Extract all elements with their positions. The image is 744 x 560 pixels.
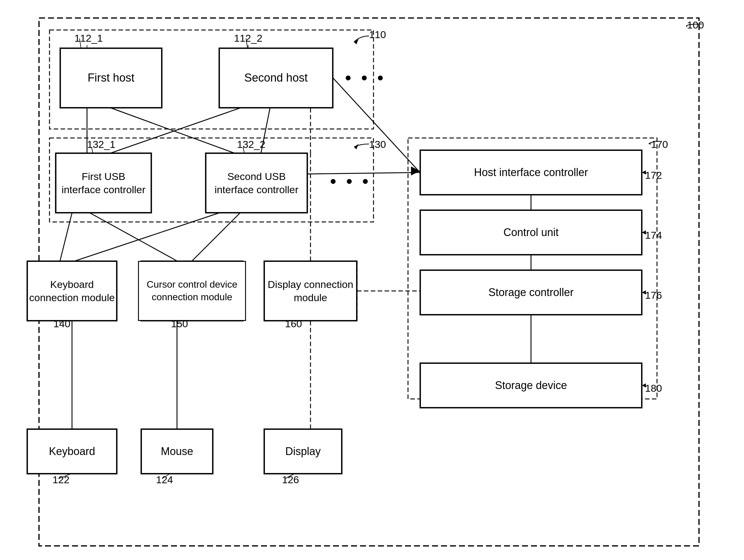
ref-110: 110: [369, 29, 386, 40]
ref-126: 126: [282, 474, 299, 486]
first-host-label: First host: [87, 71, 135, 85]
first-usb-box: First USBinterface controller: [55, 153, 151, 213]
cursor-module-box: Cursor control deviceconnection module: [138, 261, 246, 321]
ref-112-2: 112_2: [234, 32, 262, 44]
ref-160: 160: [285, 318, 302, 330]
ref-100: 100: [687, 19, 704, 31]
dots-usb: • • •: [330, 171, 371, 192]
ref-180: 180: [645, 382, 662, 394]
svg-line-30: [333, 78, 420, 173]
storage-controller-label: Storage controller: [488, 286, 573, 300]
svg-line-23: [90, 213, 177, 261]
storage-controller-box: Storage controller: [420, 270, 642, 315]
svg-line-22: [60, 213, 72, 261]
ref-150: 150: [171, 318, 188, 330]
display-module-label: Display connectionmodule: [268, 278, 353, 304]
keyboard-box: Keyboard: [27, 429, 117, 474]
keyboard-module-label: Keyboardconnection module: [29, 278, 115, 304]
ref-112-1: 112_1: [74, 32, 103, 44]
display-label: Display: [285, 445, 321, 459]
ref-132-2: 132_2: [237, 139, 265, 150]
second-host-label: Second host: [244, 71, 307, 85]
first-usb-label: First USBinterface controller: [62, 170, 146, 196]
ref-132-1: 132_1: [87, 139, 115, 150]
keyboard-module-box: Keyboardconnection module: [27, 261, 117, 321]
svg-line-24: [75, 213, 219, 261]
ref-172: 172: [645, 170, 662, 181]
display-module-box: Display connectionmodule: [264, 261, 357, 321]
storage-device-box: Storage device: [420, 363, 642, 408]
ref-122: 122: [52, 474, 70, 486]
keyboard-label: Keyboard: [49, 445, 95, 459]
ref-174: 174: [645, 229, 662, 241]
control-unit-box: Control unit: [420, 210, 642, 255]
diagram: First host Second host First USBinterfac…: [0, 0, 744, 560]
ref-176: 176: [645, 290, 662, 301]
control-unit-label: Control unit: [504, 226, 559, 240]
ref-140: 140: [53, 318, 71, 330]
svg-line-25: [192, 213, 240, 261]
ref-170: 170: [651, 139, 668, 150]
first-host-box: First host: [60, 48, 162, 108]
mouse-box: Mouse: [141, 429, 213, 474]
cursor-module-label: Cursor control deviceconnection module: [147, 278, 237, 303]
host-interface-label: Host interface controller: [474, 165, 588, 180]
storage-device-label: Storage device: [495, 378, 567, 393]
host-interface-box: Host interface controller: [420, 150, 642, 195]
second-usb-label: Second USBinterface controller: [215, 170, 298, 196]
dots-hosts: • • •: [345, 68, 386, 88]
mouse-label: Mouse: [161, 445, 193, 459]
second-host-box: Second host: [219, 48, 333, 108]
second-usb-box: Second USBinterface controller: [206, 153, 307, 213]
ref-124: 124: [156, 474, 173, 486]
ref-130: 130: [369, 139, 386, 150]
display-box: Display: [264, 429, 342, 474]
